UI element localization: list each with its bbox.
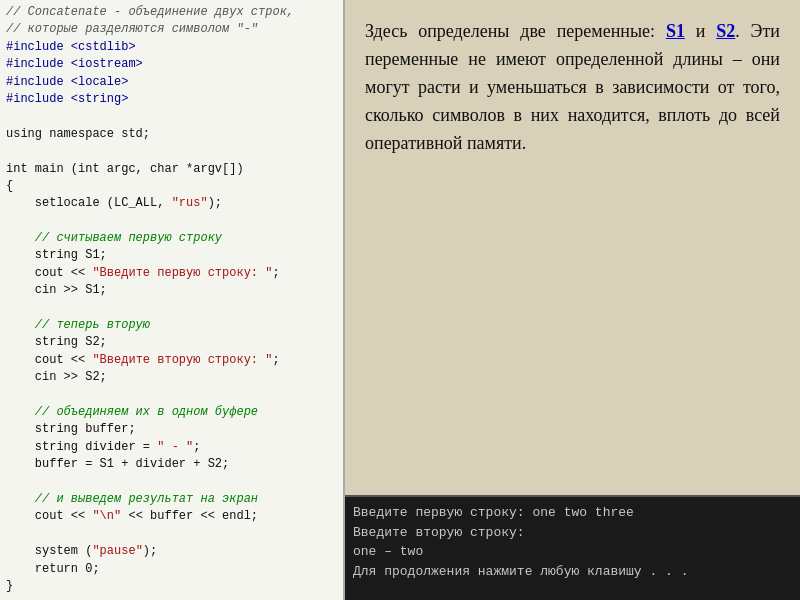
code-line: using namespace std; [6, 126, 337, 143]
code-line: cin >> S2; [6, 369, 337, 386]
code-line: // и выведем результат на экран [6, 491, 337, 508]
explanation-text: Здесь определены две переменные: S1 и S2… [345, 0, 800, 495]
code-line [6, 474, 337, 491]
code-area: // Concatenate - объединение двух строк,… [0, 0, 343, 600]
code-line: #include <string> [6, 91, 337, 108]
right-panel: Здесь определены две переменные: S1 и S2… [345, 0, 800, 600]
terminal-line-2: Введите вторую строку: [353, 523, 792, 543]
code-line: string buffer; [6, 421, 337, 438]
code-line: string S2; [6, 334, 337, 351]
code-line: buffer = S1 + divider + S2; [6, 456, 337, 473]
code-line: cout << "\n" << buffer << endl; [6, 508, 337, 525]
code-line: string divider = " - "; [6, 439, 337, 456]
code-line [6, 213, 337, 230]
code-line: system ("pause"); [6, 543, 337, 560]
explanation-content: Здесь определены две переменные: S1 и S2… [365, 21, 780, 153]
code-line: string S1; [6, 247, 337, 264]
code-line: #include <locale> [6, 74, 337, 91]
s1-highlight: S1 [666, 21, 685, 41]
code-line: cout << "Введите первую строку: "; [6, 265, 337, 282]
code-line: return 0; [6, 561, 337, 578]
terminal-output: Введите первую строку: one two three Вве… [345, 495, 800, 600]
code-line: // Concatenate - объединение двух строк, [6, 4, 337, 21]
code-line [6, 143, 337, 160]
code-line [6, 108, 337, 125]
code-line: // считываем первую строку [6, 230, 337, 247]
code-editor-panel: // Concatenate - объединение двух строк,… [0, 0, 345, 600]
code-line: { [6, 178, 337, 195]
code-line: // объединяем их в одном буфере [6, 404, 337, 421]
terminal-line-3: one – two [353, 542, 792, 562]
code-line: setlocale (LC_ALL, "rus"); [6, 195, 337, 212]
code-line: cout << "Введите вторую строку: "; [6, 352, 337, 369]
code-line: // теперь вторую [6, 317, 337, 334]
code-line: } [6, 578, 337, 595]
code-line [6, 387, 337, 404]
code-line: int main (int argc, char *argv[]) [6, 161, 337, 178]
terminal-line-4: Для продолжения нажмите любую клавишу . … [353, 562, 792, 582]
code-line: #include <cstdlib> [6, 39, 337, 56]
code-line: // которые разделяются символом "-" [6, 21, 337, 38]
s2-highlight: S2 [716, 21, 735, 41]
code-line [6, 526, 337, 543]
code-line: #include <iostream> [6, 56, 337, 73]
terminal-line-1: Введите первую строку: one two three [353, 503, 792, 523]
code-line: cin >> S1; [6, 282, 337, 299]
code-line [6, 300, 337, 317]
